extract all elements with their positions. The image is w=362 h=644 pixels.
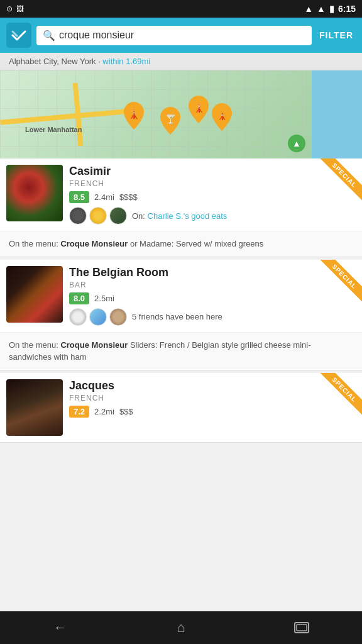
casimir-menu-highlight: Croque Monsieur bbox=[60, 239, 128, 248]
results-list: Casimir FRENCH 8.5 2.4mi $$$$ On: Charli… bbox=[0, 158, 362, 609]
belgian-room-menu-highlight: Croque Monsieur bbox=[60, 340, 128, 350]
belgian-room-special-ribbon bbox=[312, 260, 362, 310]
belgian-room-rating: 8.0 bbox=[69, 292, 89, 304]
status-icons: ⊙ 🖼 bbox=[6, 4, 24, 13]
search-bar: 🔍 FILTER bbox=[0, 18, 362, 53]
casimir-rating: 8.5 bbox=[69, 191, 89, 203]
belgian-room-menu-note: On the menu: Croque Monsieur Sliders: Fr… bbox=[0, 332, 362, 370]
image-icon: 🖼 bbox=[16, 4, 24, 13]
search-icon: 🔍 bbox=[43, 30, 55, 42]
friend-avatar-2 bbox=[89, 207, 107, 225]
bottom-navigation: ← ⌂ bbox=[0, 611, 362, 644]
search-input[interactable] bbox=[59, 30, 305, 41]
map-label-manhattan: Lower Manhattan bbox=[25, 126, 82, 133]
belgian-room-friend-text: 5 friends have been here bbox=[132, 312, 222, 321]
home-button[interactable]: ⌂ bbox=[162, 615, 200, 640]
signal-icon: ▲ bbox=[317, 4, 326, 14]
svg-rect-5 bbox=[297, 625, 307, 631]
location-icon: ⊙ bbox=[6, 4, 13, 13]
casimir-friend-text: On: Charlie S.'s good eats bbox=[132, 211, 227, 221]
restaurant-card-jacques[interactable]: Jacques FRENCH 7.2 2.2mi $$$ bbox=[0, 373, 362, 443]
map-pin-3[interactable]: 🗼 bbox=[211, 103, 229, 126]
jacques-distance: 2.2mi bbox=[94, 407, 114, 416]
belgian-room-distance: 2.5mi bbox=[94, 294, 114, 303]
app-logo[interactable] bbox=[6, 23, 31, 48]
search-container[interactable]: 🔍 bbox=[36, 26, 312, 45]
casimir-price: $$$$ bbox=[119, 192, 138, 202]
map-water bbox=[312, 70, 362, 158]
map-pin-2[interactable]: 🗼 bbox=[187, 96, 210, 123]
back-button[interactable]: ← bbox=[41, 615, 79, 640]
casimir-special-ribbon bbox=[312, 158, 362, 209]
belgian-room-friends: 5 friends have been here bbox=[69, 308, 356, 326]
casimir-image bbox=[6, 165, 63, 221]
location-text: Alphabet City, New York bbox=[9, 57, 96, 66]
svg-text:🗼: 🗼 bbox=[194, 103, 205, 113]
jacques-image bbox=[6, 379, 63, 436]
svg-text:🗼: 🗼 bbox=[217, 110, 228, 121]
jacques-price: $$$ bbox=[119, 407, 133, 416]
svg-text:🍸: 🍸 bbox=[165, 114, 177, 125]
svg-text:🗼: 🗼 bbox=[128, 108, 140, 119]
status-bar: ⊙ 🖼 ▲ ▲ ▮ 6:15 bbox=[0, 0, 362, 18]
distance-text: within 1.69mi bbox=[102, 57, 150, 66]
belgian-room-image bbox=[6, 266, 63, 323]
recents-button[interactable] bbox=[283, 615, 321, 640]
friend-avatar-6 bbox=[109, 308, 127, 326]
friend-avatar-1 bbox=[69, 207, 87, 225]
restaurant-card-belgian-room[interactable]: The Belgian Room BAR 8.0 2.5mi 5 friends… bbox=[0, 260, 362, 370]
jacques-special-ribbon bbox=[312, 373, 362, 423]
location-bar: Alphabet City, New York · within 1.69mi bbox=[0, 53, 362, 70]
casimir-menu-note: On the menu: Croque Monsieur or Madame: … bbox=[0, 231, 362, 257]
casimir-friends: On: Charlie S.'s good eats bbox=[69, 207, 356, 225]
map-pin-cocktail[interactable]: 🍸 bbox=[159, 107, 182, 135]
clock: 6:15 bbox=[338, 4, 356, 14]
friend-avatar-5 bbox=[89, 308, 107, 326]
battery-icon: ▮ bbox=[329, 4, 334, 14]
status-right: ▲ ▲ ▮ 6:15 bbox=[304, 4, 356, 14]
wifi-icon: ▲ bbox=[304, 4, 313, 14]
friend-avatar-4 bbox=[69, 308, 87, 326]
filter-button[interactable]: FILTER bbox=[317, 30, 356, 40]
restaurant-card-casimir[interactable]: Casimir FRENCH 8.5 2.4mi $$$$ On: Charli… bbox=[0, 158, 362, 257]
map[interactable]: Lower Manhattan 🗼 🍸 🗼 🗼 bbox=[0, 70, 362, 158]
map-pin-1[interactable]: 🗼 bbox=[123, 102, 145, 130]
nav-arrow: ▲ bbox=[288, 135, 305, 152]
casimir-distance: 2.4mi bbox=[94, 192, 114, 202]
jacques-rating: 7.2 bbox=[69, 406, 89, 418]
friend-avatar-3 bbox=[109, 207, 127, 225]
